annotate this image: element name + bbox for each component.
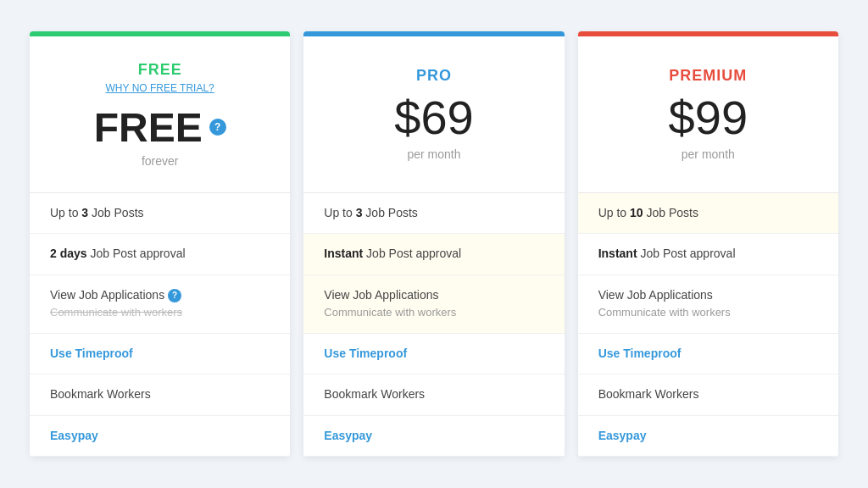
plan-period-pro: per month <box>407 147 460 161</box>
feature-sub-text: Communicate with workers <box>598 305 818 320</box>
plan-features-premium: Up to 10 Job PostsInstant Job Post appro… <box>578 193 838 458</box>
feature-row-free-4: Bookmark Workers <box>30 374 290 416</box>
feature-row-free-2: View Job Applications?Communicate with w… <box>30 275 290 334</box>
plan-card-pro: PRO$69per monthUp to 3 Job PostsInstant … <box>303 31 564 458</box>
feature-bold: 3 <box>81 206 88 219</box>
feature-row-free-0: Up to 3 Job Posts <box>30 193 290 235</box>
price-help-icon[interactable]: ? <box>209 119 226 136</box>
feature-row-pro-2: View Job ApplicationsCommunicate with wo… <box>303 275 564 334</box>
feature-bold: Instant <box>598 247 637 260</box>
feature-bold: 2 days <box>50 247 87 260</box>
feature-row-premium-4: Bookmark Workers <box>578 374 838 416</box>
feature-row-free-3: Use Timeproof <box>30 334 290 375</box>
feature-row-pro-1: Instant Job Post approval <box>303 234 564 275</box>
feature-text: View Job Applications <box>324 288 438 302</box>
plan-header-premium: PREMIUM$99per month <box>578 36 838 193</box>
feature-sub-text: Communicate with workers <box>50 305 270 320</box>
plan-price-pro: $69 <box>394 92 473 144</box>
feature-link-text[interactable]: Use Timeproof <box>324 347 407 360</box>
feature-row-free-1: 2 days Job Post approval <box>30 234 290 275</box>
feature-bold: 10 <box>630 206 643 219</box>
feature-row-premium-5: Easypay <box>578 416 838 458</box>
feature-link-text[interactable]: Easypay <box>598 429 647 442</box>
feature-bold: Instant <box>324 247 363 260</box>
pricing-container: FREEWHY NO FREE TRIAL?FREE ?foreverUp to… <box>23 31 845 458</box>
feature-text: Bookmark Workers <box>324 387 425 401</box>
plan-price-free: FREE ? <box>94 104 226 151</box>
plan-header-free: FREEWHY NO FREE TRIAL?FREE ?forever <box>30 36 290 193</box>
feature-text: View Job Applications <box>598 288 713 302</box>
feature-row-pro-5: Easypay <box>303 416 564 458</box>
feature-row-pro-3: Use Timeproof <box>303 334 564 375</box>
feature-text: Bookmark Workers <box>598 387 699 401</box>
feature-row-premium-0: Up to 10 Job Posts <box>578 193 838 235</box>
plan-header-pro: PRO$69per month <box>303 36 564 193</box>
feature-bold: 3 <box>356 206 363 219</box>
feature-sub-text: Communicate with workers <box>324 305 543 320</box>
feature-row-pro-0: Up to 3 Job Posts <box>303 193 564 235</box>
feature-row-premium-3: Use Timeproof <box>578 334 838 375</box>
plan-name-pro: PRO <box>416 67 452 85</box>
plan-name-premium: PREMIUM <box>669 67 747 85</box>
plan-price-premium: $99 <box>669 92 748 144</box>
plan-card-free: FREEWHY NO FREE TRIAL?FREE ?foreverUp to… <box>30 31 290 458</box>
feature-text: View Job Applications <box>50 288 164 302</box>
plan-features-pro: Up to 3 Job PostsInstant Job Post approv… <box>303 193 564 458</box>
feature-link-text[interactable]: Use Timeproof <box>598 347 682 360</box>
feature-row-premium-1: Instant Job Post approval <box>578 234 838 275</box>
feature-text: Bookmark Workers <box>50 387 151 401</box>
feature-link-text[interactable]: Easypay <box>50 429 98 442</box>
feature-row-free-5: Easypay <box>30 416 290 458</box>
feature-help-icon[interactable]: ? <box>168 289 181 302</box>
feature-link-text[interactable]: Use Timeproof <box>50 347 133 360</box>
free-trial-link[interactable]: WHY NO FREE TRIAL? <box>106 82 214 94</box>
feature-link-text[interactable]: Easypay <box>324 429 372 442</box>
plan-period-premium: per month <box>682 147 735 161</box>
plan-name-free: FREE <box>138 61 182 79</box>
feature-row-premium-2: View Job ApplicationsCommunicate with wo… <box>578 275 838 334</box>
feature-row-pro-4: Bookmark Workers <box>303 374 564 416</box>
plan-period-free: forever <box>142 154 179 168</box>
plan-card-premium: PREMIUM$99per monthUp to 10 Job PostsIns… <box>578 31 838 458</box>
plan-features-free: Up to 3 Job Posts2 days Job Post approva… <box>30 193 290 458</box>
